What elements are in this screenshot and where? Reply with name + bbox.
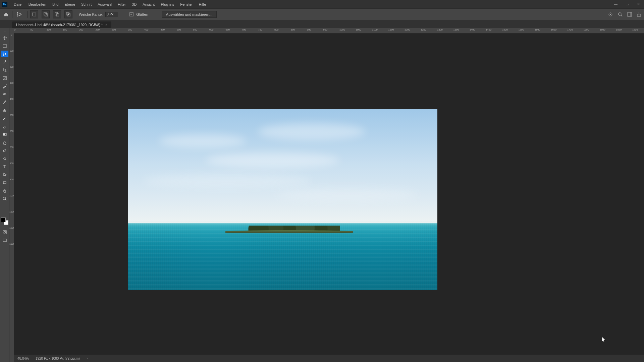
- pen-tool[interactable]: [1, 155, 8, 162]
- document-info[interactable]: 1920 Px x 1080 Px (72 ppcm): [36, 357, 80, 360]
- options-bar: Weiche Kante: ✓ Glätten Auswählen und ma…: [0, 8, 644, 20]
- document-tabs: Unbenannt-1 bei 48% (beach-2179361_1920,…: [0, 20, 644, 28]
- menu-item[interactable]: Ansicht: [140, 1, 158, 7]
- svg-rect-31: [3, 239, 6, 242]
- menu-item[interactable]: 3D: [129, 1, 140, 7]
- svg-rect-15: [3, 44, 6, 48]
- marquee-tool[interactable]: [1, 43, 8, 49]
- cloud-icon[interactable]: [608, 12, 613, 17]
- app-logo: Ps: [2, 2, 7, 7]
- svg-rect-19: [3, 94, 6, 95]
- selection-mode-new[interactable]: [30, 10, 38, 18]
- svg-line-28: [5, 199, 6, 200]
- svg-line-25: [5, 149, 6, 150]
- svg-point-27: [3, 197, 6, 200]
- close-button[interactable]: ✕: [635, 1, 642, 7]
- edit-toolbar-icon[interactable]: [1, 212, 8, 215]
- dodge-tool[interactable]: [1, 147, 8, 154]
- svg-rect-7: [68, 14, 69, 15]
- type-tool[interactable]: [1, 163, 8, 170]
- selection-mode-add[interactable]: [42, 10, 50, 18]
- canvas[interactable]: [14, 34, 644, 355]
- brush-tool[interactable]: [1, 99, 8, 106]
- feather-label: Weiche Kante:: [79, 12, 103, 16]
- selection-mode-intersect[interactable]: [64, 10, 72, 18]
- svg-line-11: [621, 15, 622, 16]
- document-tab-title: Unbenannt-1 bei 48% (beach-2179361_1920,…: [16, 23, 103, 27]
- svg-point-10: [619, 13, 621, 15]
- antialias-checkbox[interactable]: ✓: [129, 12, 133, 16]
- horizontal-ruler: 0501001502002503003504004505005506006507…: [14, 28, 644, 34]
- zoom-tool[interactable]: [1, 195, 8, 202]
- svg-rect-12: [628, 12, 632, 16]
- rectangle-tool[interactable]: [1, 179, 8, 186]
- svg-rect-26: [3, 182, 6, 184]
- menu-item[interactable]: Plug-ins: [158, 1, 177, 7]
- menu-item[interactable]: Auswahl: [95, 1, 115, 7]
- menu-item[interactable]: Bearbeiten: [25, 1, 49, 7]
- hand-tool[interactable]: [1, 187, 8, 194]
- menu-bar: Ps Datei Bearbeiten Bild Ebene Schrift A…: [0, 0, 644, 8]
- vertical-ruler: 0100200300400500600700800900100011001200…: [9, 28, 14, 362]
- menu-item[interactable]: Datei: [11, 1, 25, 7]
- collapse-toolbox-icon[interactable]: ››: [1, 29, 8, 33]
- clone-stamp-tool[interactable]: [1, 107, 8, 114]
- more-tools-icon[interactable]: ⋯: [1, 203, 8, 210]
- share-icon[interactable]: [637, 12, 641, 17]
- gradient-tool[interactable]: [1, 131, 8, 138]
- toolbox: ›› ⋯: [0, 28, 9, 362]
- antialias-label: Glätten: [136, 12, 148, 16]
- eyedropper-tool[interactable]: [1, 83, 8, 89]
- color-swatches[interactable]: [1, 218, 8, 225]
- home-icon[interactable]: [3, 11, 9, 18]
- magic-wand-tool[interactable]: [1, 59, 8, 65]
- minimize-button[interactable]: —: [612, 1, 620, 7]
- lasso-tool[interactable]: [1, 51, 8, 57]
- selection-mode-subtract[interactable]: [53, 10, 61, 18]
- svg-rect-4: [56, 14, 59, 16]
- status-chevron-icon[interactable]: ›: [87, 357, 88, 360]
- svg-rect-0: [33, 13, 36, 16]
- blur-tool[interactable]: [1, 139, 8, 146]
- eraser-tool[interactable]: [1, 123, 8, 130]
- frame-tool[interactable]: [1, 75, 8, 81]
- svg-point-9: [610, 14, 611, 15]
- menu-item[interactable]: Bild: [49, 1, 61, 7]
- svg-rect-23: [3, 133, 5, 135]
- select-and-mask-button[interactable]: Auswählen und maskieren...: [162, 11, 217, 18]
- menu-item[interactable]: Schrift: [78, 1, 95, 7]
- history-brush-tool[interactable]: [1, 115, 8, 122]
- maximize-button[interactable]: ▭: [624, 1, 631, 7]
- close-tab-icon[interactable]: ×: [105, 23, 107, 27]
- menu-item[interactable]: Fenster: [177, 1, 196, 7]
- canvas-image: [128, 109, 437, 290]
- healing-brush-tool[interactable]: [1, 91, 8, 98]
- move-tool[interactable]: [1, 35, 8, 41]
- workspace-icon[interactable]: [627, 12, 632, 17]
- menu-item[interactable]: Ebene: [61, 1, 78, 7]
- crop-tool[interactable]: [1, 67, 8, 73]
- svg-point-30: [4, 231, 6, 233]
- foreground-color-swatch[interactable]: [1, 218, 6, 222]
- search-icon[interactable]: [618, 12, 623, 17]
- quick-mask-icon[interactable]: [1, 229, 8, 236]
- zoom-level[interactable]: 48,04%: [17, 357, 29, 360]
- document-tab[interactable]: Unbenannt-1 bei 48% (beach-2179361_1920,…: [12, 21, 111, 28]
- feather-input[interactable]: [105, 12, 118, 17]
- menu-item[interactable]: Hilfe: [196, 1, 209, 7]
- main-menu: Datei Bearbeiten Bild Ebene Schrift Ausw…: [11, 1, 209, 7]
- menu-item[interactable]: Filter: [115, 1, 129, 7]
- status-bar: 48,04% 1920 Px x 1080 Px (72 ppcm) ›: [14, 355, 644, 362]
- current-tool-icon[interactable]: [15, 11, 24, 18]
- path-selection-tool[interactable]: [1, 171, 8, 178]
- screen-mode-icon[interactable]: [1, 237, 8, 244]
